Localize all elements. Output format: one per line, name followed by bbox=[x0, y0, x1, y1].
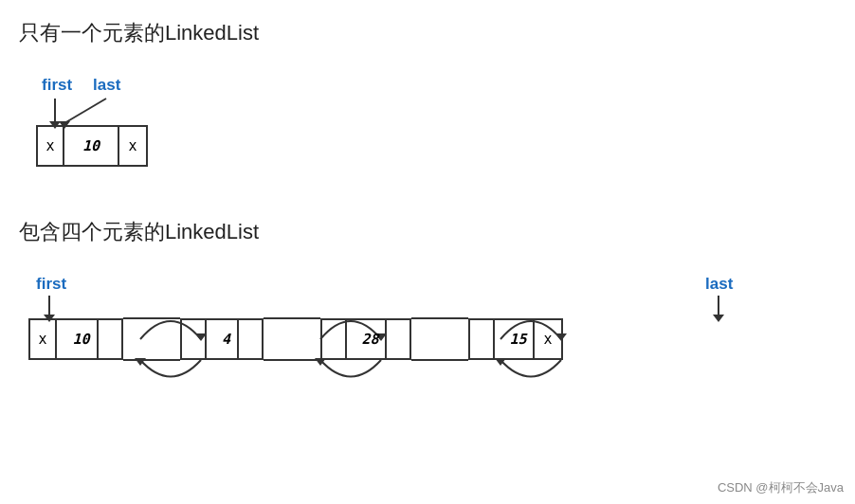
node2-right-cell bbox=[239, 318, 262, 360]
single-node-area: first last x 10 x bbox=[28, 76, 836, 180]
main-container: 只有一个元素的LinkedList first last x 10 x bbox=[0, 0, 855, 393]
single-last-label: last bbox=[93, 76, 120, 95]
node1-right-cell bbox=[99, 318, 121, 360]
node-value: 10 bbox=[64, 125, 119, 167]
node-4: 15 x bbox=[468, 318, 563, 360]
svg-line-1 bbox=[64, 99, 106, 123]
svg-rect-14 bbox=[123, 318, 180, 360]
node-right-null: x bbox=[119, 125, 146, 167]
node4-value: 15 bbox=[493, 318, 535, 360]
nodes-row: x 10 4 bbox=[28, 318, 563, 360]
node2-value: 4 bbox=[205, 318, 239, 360]
four-section: 包含四个元素的LinkedList first last bbox=[19, 218, 836, 384]
four-node-area: first last bbox=[28, 275, 836, 384]
single-section: 只有一个元素的LinkedList first last x 10 x bbox=[19, 19, 836, 180]
svg-marker-7 bbox=[713, 315, 724, 322]
node1-left: x bbox=[30, 318, 57, 360]
single-first-label: first bbox=[42, 76, 72, 95]
node4-left-cell bbox=[470, 318, 493, 360]
connector-2-3 bbox=[264, 318, 320, 360]
single-node: x 10 x bbox=[36, 125, 148, 167]
connector-1-2 bbox=[123, 318, 180, 360]
node-2: 4 bbox=[180, 318, 264, 360]
single-section-title: 只有一个元素的LinkedList bbox=[19, 19, 836, 47]
watermark: CSDN @柯柯不会Java bbox=[718, 479, 844, 496]
node-1: x 10 bbox=[28, 318, 123, 360]
node2-left-cell bbox=[182, 318, 205, 360]
node-3: 28 bbox=[320, 318, 411, 360]
node1-value: 10 bbox=[57, 318, 99, 360]
node3-right-cell bbox=[387, 318, 409, 360]
four-section-title: 包含四个元素的LinkedList bbox=[19, 218, 836, 246]
node4-right: x bbox=[535, 318, 561, 360]
node-left-null: x bbox=[38, 125, 64, 167]
node3-value: 28 bbox=[345, 318, 387, 360]
node3-left-cell bbox=[322, 318, 345, 360]
connector-3-4 bbox=[411, 318, 468, 360]
